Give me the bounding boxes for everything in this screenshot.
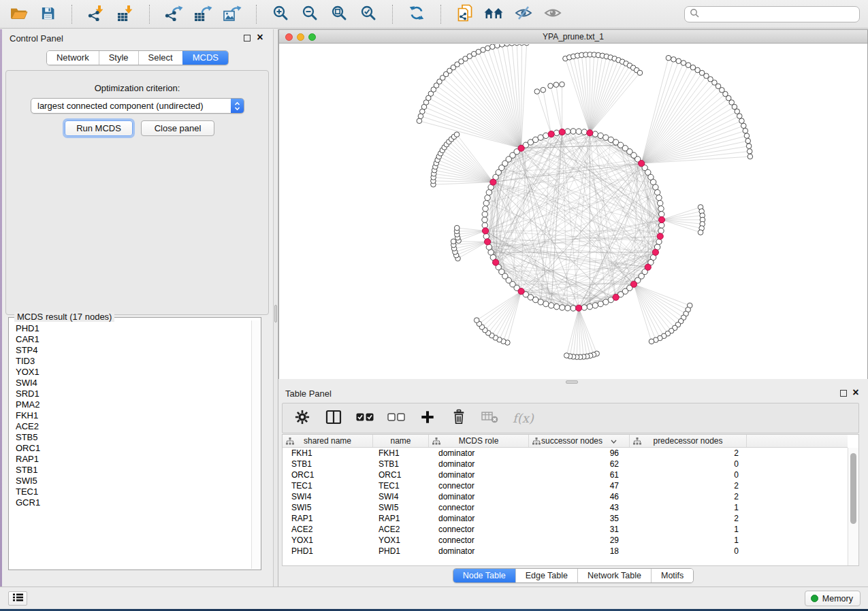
zoom-selected-button[interactable] <box>358 4 379 24</box>
export-table-button[interactable] <box>193 4 213 24</box>
vertical-splitter-grabber[interactable] <box>274 305 277 323</box>
mcds-result-item[interactable]: FKH1 <box>16 410 251 421</box>
mcds-result-item[interactable]: SRD1 <box>16 389 251 399</box>
toolbar-separator <box>392 5 393 24</box>
table-row[interactable]: TEC1TEC1connector472 <box>283 480 848 491</box>
table-row[interactable]: FKH1FKH1dominator962 <box>283 448 848 459</box>
horizontal-splitter-grabber[interactable] <box>566 380 578 384</box>
mcds-result-item[interactable]: YOX1 <box>16 367 251 378</box>
shared-column-icon <box>432 437 440 447</box>
mcds-result-item[interactable]: PHD1 <box>16 323 251 334</box>
table-row[interactable]: YOX1YOX1connector291 <box>283 535 848 546</box>
table-cell: SWI5 <box>373 502 429 513</box>
tab-node-table[interactable]: Node Table <box>453 569 515 582</box>
column-header-name[interactable]: name <box>373 435 429 447</box>
column-header-mcds-role[interactable]: MCDS role <box>429 435 529 447</box>
mcds-result-item[interactable]: GCR1 <box>16 497 251 508</box>
column-header-predecessor-nodes[interactable]: predecessor nodes <box>630 435 747 447</box>
tab-mcds[interactable]: MCDS <box>182 51 228 65</box>
mcds-result-item[interactable]: ACE2 <box>16 421 251 432</box>
table-row[interactable]: RAP1RAP1dominator352 <box>283 513 848 524</box>
export-image-button[interactable] <box>222 4 242 24</box>
select-all-button[interactable] <box>356 410 374 427</box>
criterion-select[interactable]: largest connected component (undirected) <box>31 98 244 114</box>
table-scrollbar[interactable] <box>848 448 858 565</box>
column-header-successor-nodes[interactable]: successor nodes <box>529 435 630 447</box>
mcds-result-item[interactable]: CAR1 <box>16 334 251 345</box>
close-panel-button[interactable]: Close panel <box>141 120 214 136</box>
delete-table-button[interactable] <box>481 410 499 427</box>
import-network-button[interactable] <box>86 4 106 24</box>
network-canvas[interactable] <box>279 44 867 379</box>
table-row[interactable]: STB1STB1dominator620 <box>283 459 848 469</box>
network-window-titlebar[interactable]: YPA_prune.txt_1 <box>279 30 867 44</box>
network-file-icon <box>457 4 473 24</box>
table-cell: 2 <box>630 448 747 459</box>
mcds-result-item[interactable]: PMA2 <box>16 399 251 410</box>
export-network-button[interactable] <box>163 4 184 24</box>
show-columns-button[interactable] <box>325 410 342 427</box>
table-scrollbar-thumb[interactable] <box>850 453 856 524</box>
deselect-all-button[interactable] <box>387 410 405 427</box>
refresh-layout-button[interactable] <box>406 4 427 24</box>
table-row[interactable]: ORC1ORC1dominator610 <box>283 469 848 480</box>
mcds-result-item[interactable]: TID3 <box>16 356 251 367</box>
mcds-result-item[interactable]: TEC1 <box>16 486 251 497</box>
horizontal-splitter[interactable] <box>278 379 868 384</box>
table-row[interactable]: SWI5SWI5connector431 <box>283 502 848 513</box>
mcds-result-list[interactable]: PHD1CAR1STP4TID3YOX1SWI4SRD1PMA2FKH1ACE2… <box>10 320 251 569</box>
mcds-result-scrollbar[interactable] <box>251 320 260 569</box>
hide-selected-button[interactable] <box>513 4 534 24</box>
table-cell: PHD1 <box>283 546 373 557</box>
column-header-shared-name[interactable]: shared name <box>283 435 373 447</box>
zoom-fit-button[interactable] <box>329 4 349 24</box>
mcds-result-item[interactable]: STP4 <box>16 345 251 356</box>
import-table-button[interactable] <box>115 4 135 24</box>
table-cell: dominator <box>429 469 529 480</box>
mcds-result-item[interactable]: RAP1 <box>16 454 251 465</box>
tab-style[interactable]: Style <box>99 51 138 65</box>
control-panel-float-button[interactable] <box>244 35 251 42</box>
zoom-in-button[interactable] <box>270 4 291 24</box>
table-row[interactable]: PHD1PHD1dominator180 <box>283 546 848 557</box>
tab-edge-table[interactable]: Edge Table <box>515 569 577 582</box>
tab-network[interactable]: Network <box>47 51 99 65</box>
show-all-button[interactable] <box>543 4 563 24</box>
control-panel-close-button[interactable]: × <box>255 31 265 44</box>
run-mcds-button[interactable]: Run MCDS <box>65 120 133 136</box>
task-history-button[interactable] <box>8 591 27 606</box>
network-file-button[interactable] <box>455 4 475 24</box>
table-panel-float-button[interactable] <box>840 390 847 397</box>
tab-select[interactable]: Select <box>138 51 182 65</box>
table-settings-button[interactable] <box>293 410 311 427</box>
checked-boxes-icon <box>356 412 374 424</box>
columns-icon <box>325 410 342 427</box>
vertical-splitter[interactable] <box>273 29 278 587</box>
save-session-button[interactable] <box>37 4 58 24</box>
tab-network-table[interactable]: Network Table <box>577 569 651 582</box>
mcds-result-item[interactable]: SWI5 <box>16 476 251 486</box>
mcds-result-item[interactable]: ORC1 <box>16 443 251 454</box>
table-cell: 35 <box>529 513 630 524</box>
function-builder-button[interactable]: f(x) <box>513 410 534 427</box>
delete-column-button[interactable] <box>450 410 468 427</box>
table-row[interactable]: ACE2ACE2connector311 <box>283 524 848 535</box>
houses-button[interactable] <box>484 4 504 24</box>
open-session-button[interactable] <box>8 4 29 24</box>
table-row[interactable]: SWI4SWI4dominator462 <box>283 491 848 502</box>
search-box[interactable] <box>684 6 860 22</box>
table-panel-title: Table Panel <box>285 389 332 399</box>
table-panel-close-button[interactable]: × <box>851 386 861 399</box>
add-column-button[interactable] <box>419 410 436 427</box>
table-cell: 2 <box>630 513 747 524</box>
memory-button[interactable]: Memory <box>805 591 861 606</box>
zoom-out-button[interactable] <box>300 4 320 24</box>
mcds-result-item[interactable]: STB5 <box>16 432 251 443</box>
table-cell: STB1 <box>283 459 373 469</box>
mcds-result-item[interactable]: SWI4 <box>16 378 251 389</box>
search-input[interactable] <box>699 10 859 19</box>
mcds-result-item[interactable]: STB1 <box>16 465 251 476</box>
control-panel-tabs: Network Style Select MCDS <box>2 50 273 65</box>
table-cell: 1 <box>630 535 747 546</box>
tab-motifs[interactable]: Motifs <box>651 569 693 582</box>
